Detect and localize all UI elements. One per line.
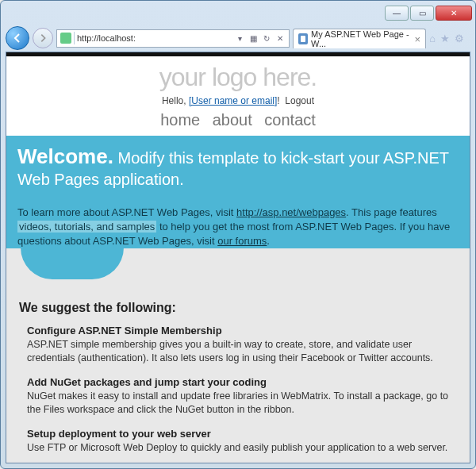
- nav-contact[interactable]: contact: [264, 111, 315, 129]
- tab-strip: My ASP.NET Web Page - W... ×: [293, 28, 426, 48]
- nav-forward-button[interactable]: [33, 28, 53, 48]
- browser-tab[interactable]: My ASP.NET Web Page - W... ×: [293, 29, 426, 48]
- home-icon[interactable]: ⌂: [429, 33, 436, 44]
- nav-about[interactable]: about: [213, 111, 252, 129]
- forums-link[interactable]: our forums: [217, 235, 267, 247]
- favorites-icon[interactable]: ★: [440, 33, 450, 44]
- window-maximize-button[interactable]: ▭: [410, 6, 434, 21]
- browser-toolbar: ▾ ▦ ↻ ✕ My ASP.NET Web Page - W... × ⌂ ★…: [1, 25, 475, 52]
- aspnet-link[interactable]: http://asp.net/webpages: [236, 206, 346, 218]
- viewport: your logo here. Hello, [User name or ema…: [6, 52, 470, 463]
- tab-close-icon[interactable]: ×: [415, 33, 421, 45]
- compat-view-icon[interactable]: ▦: [248, 33, 259, 44]
- page: your logo here. Hello, [User name or ema…: [6, 56, 470, 463]
- suggestion-item: Setup deployment to your web server Use …: [19, 428, 457, 455]
- suggestion-title: Configure ASP.NET Simple Membership: [27, 325, 457, 336]
- stop-icon[interactable]: ✕: [274, 33, 286, 44]
- tab-title: My ASP.NET Web Page - W...: [311, 29, 409, 48]
- login-status: Hello, [User name or email]! Logout: [6, 95, 470, 111]
- site-icon: [60, 33, 71, 44]
- suggestions-heading: We suggest the following:: [19, 301, 457, 315]
- browser-window: — ▭ ✕ ▾ ▦ ↻ ✕ My ASP.NET Web Page - W...…: [0, 0, 476, 469]
- window-minimize-button[interactable]: —: [385, 6, 409, 21]
- site-logo[interactable]: your logo here.: [6, 56, 470, 95]
- search-dropdown-icon[interactable]: ▾: [234, 33, 245, 44]
- suggestion-body: Use FTP or Microsoft Web Deploy to quick…: [27, 441, 457, 455]
- main-nav: home about contact: [6, 111, 470, 136]
- hero-curve: [21, 248, 124, 279]
- suggestion-body: ASP.NET simple membership gives you a bu…: [27, 338, 457, 365]
- logout-link[interactable]: Logout: [285, 95, 314, 106]
- intro-text-1: To learn more about ASP.NET Web Pages, v…: [17, 206, 236, 218]
- features-highlight[interactable]: videos, tutorials, and samples: [17, 221, 156, 233]
- hello-text: Hello,: [162, 95, 189, 106]
- intro-paragraph: To learn more about ASP.NET Web Pages, v…: [6, 201, 470, 249]
- suggestion-item: Configure ASP.NET Simple Membership ASP.…: [19, 325, 457, 365]
- suggestion-item: Add NuGet packages and jump start your c…: [19, 376, 457, 417]
- suggestions-section: We suggest the following: Configure ASP.…: [6, 280, 470, 463]
- address-bar[interactable]: ▾ ▦ ↻ ✕: [56, 29, 290, 48]
- window-close-button[interactable]: ✕: [436, 6, 472, 21]
- intro-text-4: .: [267, 235, 270, 247]
- hero-banner: Welcome. Modify this template to kick-st…: [6, 136, 470, 201]
- suggestion-title: Add NuGet packages and jump start your c…: [27, 376, 457, 388]
- refresh-icon[interactable]: ↻: [261, 33, 272, 44]
- nav-back-button[interactable]: [6, 26, 29, 50]
- hello-sep: !: [277, 95, 279, 106]
- window-titlebar: — ▭ ✕: [1, 1, 475, 25]
- suggestion-title: Setup deployment to your web server: [27, 428, 457, 440]
- tab-favicon-icon: [298, 33, 308, 44]
- intro-text-2: . This page features: [346, 206, 437, 218]
- suggestion-body: NuGet makes it easy to install and updat…: [27, 390, 457, 417]
- nav-home[interactable]: home: [160, 111, 200, 129]
- browser-tools: ⌂ ★ ⚙: [429, 33, 470, 44]
- username-link[interactable]: [User name or email]: [189, 95, 277, 106]
- address-input[interactable]: [77, 33, 232, 43]
- tools-gear-icon[interactable]: ⚙: [455, 33, 464, 44]
- hero-title: Welcome.: [17, 144, 113, 168]
